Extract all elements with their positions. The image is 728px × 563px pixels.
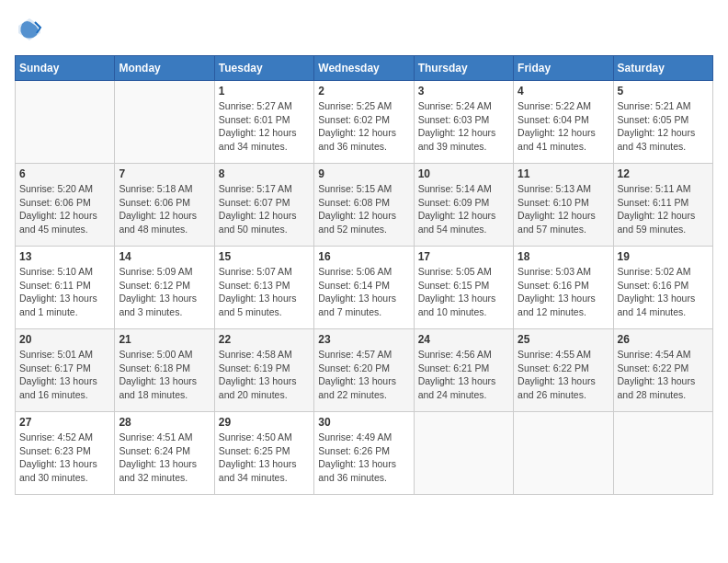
day-cell: 10Sunrise: 5:14 AMSunset: 6:09 PMDayligh… [414,164,513,247]
day-cell: 4Sunrise: 5:22 AMSunset: 6:04 PMDaylight… [514,81,613,164]
day-info: Sunrise: 5:15 AMSunset: 6:08 PMDaylight:… [318,182,409,236]
column-header-sunday: Sunday [16,56,115,81]
column-header-wednesday: Wednesday [314,56,414,81]
day-cell: 19Sunrise: 5:02 AMSunset: 6:16 PMDayligh… [613,247,712,329]
calendar: SundayMondayTuesdayWednesdayThursdayFrid… [15,55,713,495]
week-row-3: 13Sunrise: 5:10 AMSunset: 6:11 PMDayligh… [16,247,713,329]
day-info: Sunrise: 4:55 AMSunset: 6:22 PMDaylight:… [518,348,609,402]
day-cell: 20Sunrise: 5:01 AMSunset: 6:17 PMDayligh… [16,329,115,412]
day-cell: 11Sunrise: 5:13 AMSunset: 6:10 PMDayligh… [514,164,613,247]
header-row: SundayMondayTuesdayWednesdayThursdayFrid… [16,56,713,81]
logo-icon [15,15,44,44]
day-cell [514,412,613,495]
day-cell: 25Sunrise: 4:55 AMSunset: 6:22 PMDayligh… [514,329,613,412]
column-header-monday: Monday [115,56,214,81]
day-cell: 22Sunrise: 4:58 AMSunset: 6:19 PMDayligh… [214,329,313,412]
day-cell: 30Sunrise: 4:49 AMSunset: 6:26 PMDayligh… [314,412,414,495]
column-header-friday: Friday [514,56,613,81]
day-number: 22 [219,333,310,346]
day-number: 27 [19,416,110,429]
day-info: Sunrise: 4:54 AMSunset: 6:22 PMDaylight:… [618,348,709,402]
day-info: Sunrise: 4:58 AMSunset: 6:19 PMDaylight:… [219,348,310,402]
day-info: Sunrise: 4:52 AMSunset: 6:23 PMDaylight:… [19,431,110,485]
week-row-5: 27Sunrise: 4:52 AMSunset: 6:23 PMDayligh… [16,412,713,495]
day-number: 8 [219,167,310,180]
day-info: Sunrise: 5:06 AMSunset: 6:14 PMDaylight:… [318,265,409,319]
week-row-4: 20Sunrise: 5:01 AMSunset: 6:17 PMDayligh… [16,329,713,412]
day-number: 20 [19,333,110,346]
day-number: 25 [518,333,609,346]
day-cell [115,81,214,164]
day-info: Sunrise: 5:27 AMSunset: 6:01 PMDaylight:… [219,99,310,154]
day-cell [414,412,513,495]
day-number: 15 [219,250,310,263]
day-number: 12 [618,167,709,180]
day-info: Sunrise: 5:10 AMSunset: 6:11 PMDaylight:… [19,265,110,319]
day-number: 18 [518,250,609,263]
day-number: 5 [618,85,709,98]
day-info: Sunrise: 5:17 AMSunset: 6:07 PMDaylight:… [219,182,310,236]
day-info: Sunrise: 5:05 AMSunset: 6:15 PMDaylight:… [418,265,509,319]
logo [15,15,48,44]
day-number: 13 [19,250,110,263]
day-number: 10 [418,167,509,180]
day-info: Sunrise: 5:14 AMSunset: 6:09 PMDaylight:… [418,182,509,236]
header [15,15,713,44]
day-cell: 21Sunrise: 5:00 AMSunset: 6:18 PMDayligh… [115,329,214,412]
day-info: Sunrise: 5:03 AMSunset: 6:16 PMDaylight:… [518,265,609,319]
day-cell: 7Sunrise: 5:18 AMSunset: 6:06 PMDaylight… [115,164,214,247]
day-info: Sunrise: 5:01 AMSunset: 6:17 PMDaylight:… [19,348,110,402]
day-info: Sunrise: 4:51 AMSunset: 6:24 PMDaylight:… [119,431,210,485]
day-cell [16,81,115,164]
day-info: Sunrise: 4:50 AMSunset: 6:25 PMDaylight:… [219,431,310,485]
day-info: Sunrise: 5:25 AMSunset: 6:02 PMDaylight:… [318,99,409,154]
day-cell: 15Sunrise: 5:07 AMSunset: 6:13 PMDayligh… [214,247,313,329]
day-cell: 14Sunrise: 5:09 AMSunset: 6:12 PMDayligh… [115,247,214,329]
day-number: 29 [219,416,310,429]
day-cell: 2Sunrise: 5:25 AMSunset: 6:02 PMDaylight… [314,81,414,164]
day-info: Sunrise: 5:07 AMSunset: 6:13 PMDaylight:… [219,265,310,319]
day-number: 4 [518,85,609,98]
day-cell: 13Sunrise: 5:10 AMSunset: 6:11 PMDayligh… [16,247,115,329]
day-info: Sunrise: 4:57 AMSunset: 6:20 PMDaylight:… [318,348,409,402]
day-number: 24 [418,333,509,346]
day-info: Sunrise: 5:11 AMSunset: 6:11 PMDaylight:… [618,182,709,236]
day-cell: 6Sunrise: 5:20 AMSunset: 6:06 PMDaylight… [16,164,115,247]
column-header-thursday: Thursday [414,56,513,81]
day-number: 16 [318,250,409,263]
day-number: 2 [318,85,409,98]
day-number: 21 [119,333,210,346]
day-info: Sunrise: 5:24 AMSunset: 6:03 PMDaylight:… [418,99,509,154]
day-number: 3 [418,85,509,98]
day-info: Sunrise: 5:09 AMSunset: 6:12 PMDaylight:… [119,265,210,319]
day-number: 23 [318,333,409,346]
day-info: Sunrise: 5:00 AMSunset: 6:18 PMDaylight:… [119,348,210,402]
day-cell: 8Sunrise: 5:17 AMSunset: 6:07 PMDaylight… [214,164,313,247]
day-number: 6 [19,167,110,180]
day-info: Sunrise: 5:13 AMSunset: 6:10 PMDaylight:… [518,182,609,236]
day-cell: 16Sunrise: 5:06 AMSunset: 6:14 PMDayligh… [314,247,414,329]
day-cell: 26Sunrise: 4:54 AMSunset: 6:22 PMDayligh… [613,329,712,412]
day-cell: 23Sunrise: 4:57 AMSunset: 6:20 PMDayligh… [314,329,414,412]
day-number: 7 [119,167,210,180]
day-number: 1 [219,85,310,98]
day-info: Sunrise: 4:56 AMSunset: 6:21 PMDaylight:… [418,348,509,402]
day-number: 14 [119,250,210,263]
week-row-1: 1Sunrise: 5:27 AMSunset: 6:01 PMDaylight… [16,81,713,164]
calendar-body: 1Sunrise: 5:27 AMSunset: 6:01 PMDaylight… [16,81,713,495]
day-info: Sunrise: 5:02 AMSunset: 6:16 PMDaylight:… [618,265,709,319]
day-cell: 12Sunrise: 5:11 AMSunset: 6:11 PMDayligh… [613,164,712,247]
day-cell: 18Sunrise: 5:03 AMSunset: 6:16 PMDayligh… [514,247,613,329]
day-info: Sunrise: 4:49 AMSunset: 6:26 PMDaylight:… [318,431,409,485]
column-header-tuesday: Tuesday [214,56,313,81]
week-row-2: 6Sunrise: 5:20 AMSunset: 6:06 PMDaylight… [16,164,713,247]
day-cell [613,412,712,495]
column-header-saturday: Saturday [613,56,712,81]
day-cell: 27Sunrise: 4:52 AMSunset: 6:23 PMDayligh… [16,412,115,495]
day-cell: 9Sunrise: 5:15 AMSunset: 6:08 PMDaylight… [314,164,414,247]
day-cell: 5Sunrise: 5:21 AMSunset: 6:05 PMDaylight… [613,81,712,164]
day-number: 17 [418,250,509,263]
day-cell: 28Sunrise: 4:51 AMSunset: 6:24 PMDayligh… [115,412,214,495]
day-info: Sunrise: 5:22 AMSunset: 6:04 PMDaylight:… [518,99,609,154]
day-info: Sunrise: 5:18 AMSunset: 6:06 PMDaylight:… [119,182,210,236]
